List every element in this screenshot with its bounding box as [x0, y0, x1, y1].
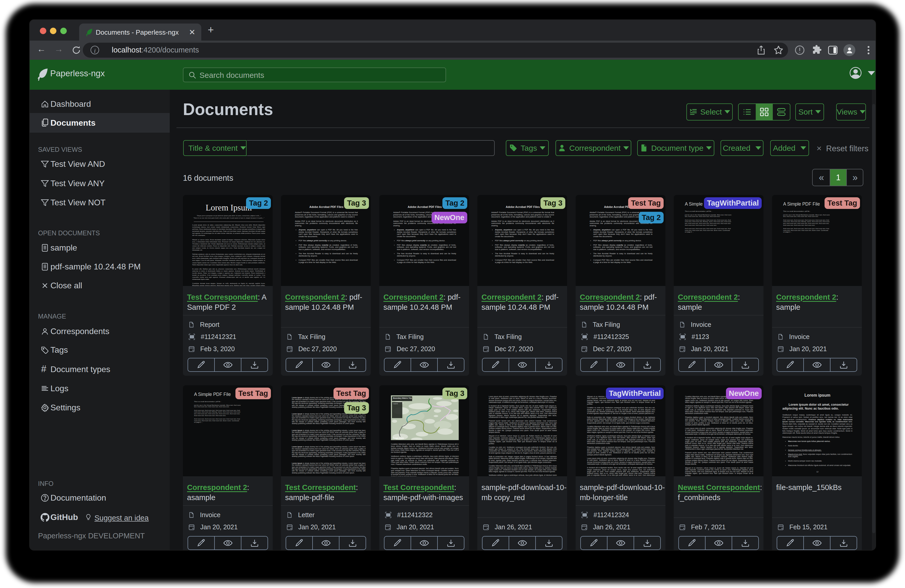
svg-text:Legend: Legend — [393, 403, 398, 404]
svg-text:Google Earth: Google Earth — [392, 437, 404, 439]
svg-text:Boundary Waters Trip: Boundary Waters Trip — [393, 397, 411, 399]
